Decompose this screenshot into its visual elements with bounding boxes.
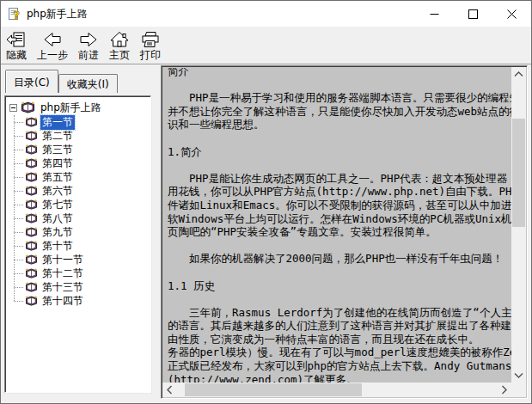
tree-item[interactable]: 第十节: [8, 239, 149, 253]
arrow-left-icon: [42, 30, 63, 49]
content-line: [168, 239, 511, 253]
navigation-pane: 目录(C) 收藏夹(I) php新手上路: [1, 65, 160, 404]
hide-button-label: 隐藏: [6, 49, 27, 61]
tree-item[interactable]: 第七节: [8, 198, 149, 211]
content-line: 页陶吧的“PHP安装全攻备”专题文章。安装过程很简单。: [168, 225, 511, 239]
book-icon: [25, 254, 38, 265]
content-line: 的语言。其后越来越多的人们注意到了这种语言并对其扩展提出了各种建议。: [168, 319, 511, 333]
content-line: 1.简介: [168, 145, 511, 159]
minimize-button[interactable]: [415, 1, 454, 27]
content-line: [168, 158, 511, 172]
book-icon: [25, 186, 38, 196]
hide-pane-icon: [6, 30, 27, 49]
tree-item-label[interactable]: 第一节: [40, 115, 75, 130]
book-icon: [25, 268, 38, 279]
horizontal-scroll-thumb[interactable]: [185, 383, 362, 396]
scroll-right-icon[interactable]: [497, 383, 511, 397]
book-icon: [25, 296, 38, 306]
tree-item[interactable]: 第四节: [8, 156, 149, 170]
book-icon: [25, 213, 38, 223]
content-line: 由性质，它演变成为一种特点丰富的语言，而且现在还在成长中。 PHP与: [168, 333, 511, 346]
tree-item-label[interactable]: 第十四节: [40, 294, 85, 309]
contents-tree: php新手上路 第一节第二节第三节第四节第五节第六节第七节第八节第九节第十节第十…: [4, 95, 151, 393]
help-viewer-window: ? php新手上路: [0, 0, 532, 404]
tree-item-label[interactable]: 第十节: [40, 239, 75, 254]
vertical-scroll-thumb[interactable]: [512, 119, 525, 227]
scroll-up-icon[interactable]: [511, 67, 526, 82]
hide-button[interactable]: 隐藏: [1, 28, 32, 62]
tree-item[interactable]: 第二节: [8, 129, 149, 143]
tree-item-label[interactable]: 第十二节: [40, 266, 85, 281]
tree-item-label[interactable]: 第六节: [40, 184, 75, 199]
content-line: 三年前，Rasmus Lerdorf为了创建他的在线简历而创造了“个人主页工具: [168, 306, 511, 320]
content-line: 软Windows平台上均可以运行。怎样在Windows环境的PC机器或Unix机…: [168, 212, 511, 226]
tree-item-label[interactable]: 第十三节: [40, 280, 85, 295]
tree-item-label[interactable]: 第八节: [40, 211, 75, 226]
home-button-label: 主页: [109, 49, 130, 61]
content-lines: 简介 PHP是一种易于学习和使用的服务器端脚本语言。只需要很少的编程知识，并不想…: [163, 68, 511, 383]
window-title: php新手上路: [27, 7, 88, 21]
print-button-label: 打印: [140, 49, 161, 61]
home-button[interactable]: 主页: [104, 28, 135, 62]
printer-icon: [140, 30, 161, 49]
open-book-icon: [21, 101, 35, 113]
topic-pane: 简介 PHP是一种易于学习和使用的服务器端脚本语言。只需要很少的编程知识，并不想…: [161, 65, 528, 399]
content-line: PHP是一种易于学习和使用的服务器端脚本语言。只需要很少的编程知识，: [168, 91, 511, 105]
book-icon: [25, 117, 38, 127]
content-line: (http://www.zend.com)了解更多。: [168, 373, 511, 383]
tree-items: 第一节第二节第三节第四节第五节第六节第七节第八节第九节第十节第十一节第十二节第十…: [8, 115, 149, 308]
tree-item[interactable]: 第十四节: [8, 294, 149, 308]
svg-text:?: ?: [14, 9, 21, 21]
tree-item[interactable]: 第六节: [8, 184, 149, 198]
content-line: 用花钱，你可以从PHP官方站点(http://www.php.net)自由下载。…: [168, 185, 511, 199]
tree-item[interactable]: 第五节: [8, 170, 149, 184]
book-icon: [25, 199, 38, 210]
tree-item[interactable]: 第十三节: [8, 280, 149, 294]
horizontal-scrollbar[interactable]: [162, 383, 511, 397]
vertical-scrollbar[interactable]: [511, 67, 526, 383]
tree-item-label[interactable]: 第二节: [40, 129, 75, 144]
scroll-left-icon[interactable]: [162, 383, 177, 397]
tree-item-label[interactable]: 第九节: [40, 225, 75, 240]
content-line: 务器的perl模块）慢。现在有了可以与mod_perl速度想媲美的被称作Zend…: [168, 346, 511, 359]
collapse-minus-icon[interactable]: [9, 104, 17, 112]
content-line: [168, 78, 511, 92]
book-icon: [25, 227, 38, 237]
scroll-down-icon[interactable]: [511, 368, 526, 383]
book-icon: [25, 158, 38, 168]
print-button[interactable]: 打印: [135, 28, 166, 62]
main-area: 目录(C) 收藏夹(I) php新手上路: [1, 65, 531, 404]
close-button[interactable]: [492, 1, 531, 27]
content-line: 正式版已经发布，大家可以到php的官方站点上去下载。Andy Gutmans和Z…: [168, 359, 511, 373]
tree-root-label[interactable]: php新手上路: [39, 101, 103, 115]
tree-root[interactable]: php新手上路: [8, 100, 149, 115]
maximize-button[interactable]: [454, 1, 492, 27]
topic-content: 简介 PHP是一种易于学习和使用的服务器端脚本语言。只需要很少的编程知识，并不想…: [163, 68, 511, 383]
home-icon: [109, 30, 130, 49]
tree-item-label[interactable]: 第四节: [40, 156, 75, 171]
book-icon: [25, 282, 38, 292]
tree-item-label[interactable]: 第三节: [40, 143, 75, 157]
book-icon: [25, 131, 38, 141]
tree-item-label[interactable]: 第五节: [40, 170, 75, 185]
help-file-icon: ?: [8, 7, 21, 21]
tree-item[interactable]: 第十二节: [8, 266, 149, 280]
tab-contents[interactable]: 目录(C): [5, 70, 58, 93]
tree-item[interactable]: 第九节: [8, 225, 149, 239]
content-line: 件诸如Linux和Emacs。你可以不受限制的获得源码，甚至可以从中加进你自己: [168, 199, 511, 212]
forward-button[interactable]: 前进: [73, 28, 104, 62]
tab-favorites[interactable]: 收藏夹(I): [58, 74, 118, 93]
tree-item-label[interactable]: 第七节: [40, 198, 75, 212]
back-button[interactable]: 上一步: [32, 28, 73, 62]
scrollbar-corner: [511, 383, 526, 397]
titlebar: ? php新手上路: [1, 1, 531, 27]
tree-item[interactable]: 第一节: [8, 115, 149, 129]
tree-item[interactable]: 第十一节: [8, 253, 149, 266]
tree-item[interactable]: 第八节: [8, 211, 149, 225]
book-icon: [25, 241, 38, 251]
content-line: [168, 132, 511, 145]
toolbar: 隐藏 上一步 前进: [1, 27, 531, 64]
tree-item[interactable]: 第三节: [8, 143, 149, 156]
tree-item-label[interactable]: 第十一节: [40, 253, 85, 267]
content-line: [168, 292, 511, 306]
